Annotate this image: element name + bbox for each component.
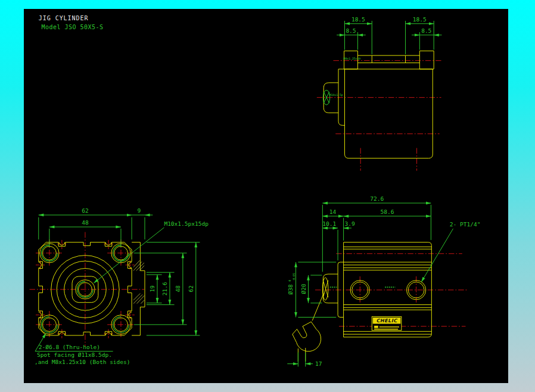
boss-thread-label: M8x1.25x10 bbox=[344, 57, 361, 60]
side-profile-strip bbox=[132, 242, 145, 335]
svg-text:Ø38: Ø38 bbox=[287, 284, 294, 294]
wrench-reach-line bbox=[312, 293, 324, 321]
extension-lines bbox=[298, 353, 305, 367]
dim-10-1: 10.1 bbox=[322, 220, 336, 227]
drawing-title: JIG CYLINDER bbox=[39, 15, 89, 21]
dim-total: 72.6 bbox=[370, 195, 384, 202]
top-view: M8x1.25x10 M10x1.5p 18.5 18.5 8.5 8.5 bbox=[317, 16, 442, 171]
dim-bolt-spacing: 48 bbox=[82, 219, 89, 226]
nameplate-brand: CHELIC bbox=[376, 318, 397, 323]
dim-62: 62 bbox=[188, 285, 194, 292]
extension-lines bbox=[39, 217, 145, 248]
drawing-model: Model JSO 50X5-S bbox=[42, 24, 104, 30]
dim-48: 48 bbox=[175, 285, 181, 293]
wrench-head bbox=[293, 322, 321, 351]
nameplate: CHELIC bbox=[372, 317, 402, 331]
tie-bar bbox=[357, 55, 419, 63]
dia-20-label: Ø20 bbox=[300, 284, 307, 294]
dim-14: 14 bbox=[329, 209, 337, 215]
section-hatch bbox=[133, 260, 144, 303]
extension-lines bbox=[322, 205, 431, 272]
cad-drawing-canvas: JIG CYLINDER Model JSO 50X5-S M8x1.25x10… bbox=[24, 9, 508, 383]
dia-38-tol-upper: 0 bbox=[288, 279, 291, 281]
port-callout: 2- PT1/4" bbox=[450, 221, 481, 228]
centerline bbox=[30, 232, 145, 347]
note-thread: ,and M8x1.25x10 (Both sides) bbox=[35, 359, 130, 365]
dim-8-5-left: 8.5 bbox=[346, 27, 356, 34]
dim-19: 19 bbox=[149, 285, 155, 293]
rod-thread-label: M10x1.5p bbox=[329, 94, 343, 97]
wrench-handle bbox=[298, 348, 305, 362]
note-thru-hole: 2-Ø6.8 (Thru-hole) bbox=[39, 344, 100, 350]
side-view: CHELIC 72.6 14 58.6 10.1 3.9 2- PT1/4" Ø… bbox=[287, 195, 481, 367]
dia-38-label: Ø38 0 -0.05 bbox=[287, 273, 296, 294]
dim-58-6: 58.6 bbox=[381, 209, 394, 215]
dim-side: 9 bbox=[138, 207, 141, 214]
leader-line bbox=[421, 229, 453, 282]
dim-width: 62 bbox=[82, 207, 88, 214]
dim-21-6: 21.6 bbox=[161, 282, 168, 295]
thread-callout: M10x1.5px15dp bbox=[164, 220, 209, 227]
extension-lines bbox=[345, 21, 434, 54]
dim-3-9: 3.9 bbox=[344, 220, 354, 227]
front-view: 62 48 9 M10x1.5px15dp 19 21.6 48 62 2-Ø6… bbox=[30, 207, 209, 365]
rod-end-cross bbox=[323, 281, 328, 298]
dim-8-5-right: 8.5 bbox=[421, 27, 431, 34]
dim-18-5-right: 18.5 bbox=[413, 16, 427, 23]
cylinder-body-outline bbox=[345, 69, 433, 158]
dim-18-5-left: 18.5 bbox=[352, 16, 365, 23]
dim-wrench: 17 bbox=[315, 360, 322, 367]
cad-drawing: JIG CYLINDER Model JSO 50X5-S M8x1.25x10… bbox=[24, 9, 508, 383]
dia-38-tol-lower: -0.05 bbox=[293, 273, 296, 281]
centerline bbox=[360, 148, 416, 170]
note-spot-facing: Spot facing Ø11x8.5dp. bbox=[37, 351, 112, 358]
